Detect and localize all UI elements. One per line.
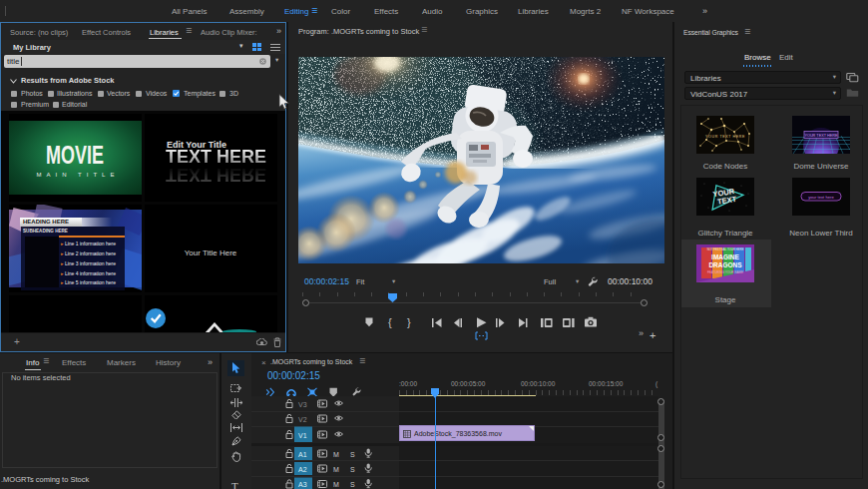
svg-text:M: M [333,466,339,473]
svg-text:S: S [350,481,355,488]
svg-text:M: M [333,481,339,488]
svg-text:A1: A1 [298,451,307,458]
svg-text:TEXT: TEXT [716,195,737,207]
svg-text:your text here: your text here [808,195,834,200]
svg-text:V1: V1 [298,432,307,439]
svg-text:V3: V3 [298,401,307,408]
svg-text:}: } [407,316,411,328]
svg-text:A3: A3 [298,481,307,488]
svg-text:V2: V2 [298,416,307,423]
svg-text:DRAGONS: DRAGONS [708,261,742,268]
svg-text:YOUR TEXT HERE: YOUR TEXT HERE [804,134,838,138]
svg-text:S: S [350,466,355,473]
svg-text:IMAGINE: IMAGINE [711,253,739,260]
svg-text:FEATURING YOUR NAME: FEATURING YOUR NAME [707,270,743,274]
svg-text:{: { [388,316,392,328]
svg-text:M: M [333,451,339,458]
svg-text:A2: A2 [298,466,307,473]
svg-text:S: S [350,451,355,458]
svg-text:NOT FESTIVAL TOUR HERE: NOT FESTIVAL TOUR HERE [707,247,744,251]
svg-text:YOUR TEXT HERE: YOUR TEXT HERE [705,135,745,139]
